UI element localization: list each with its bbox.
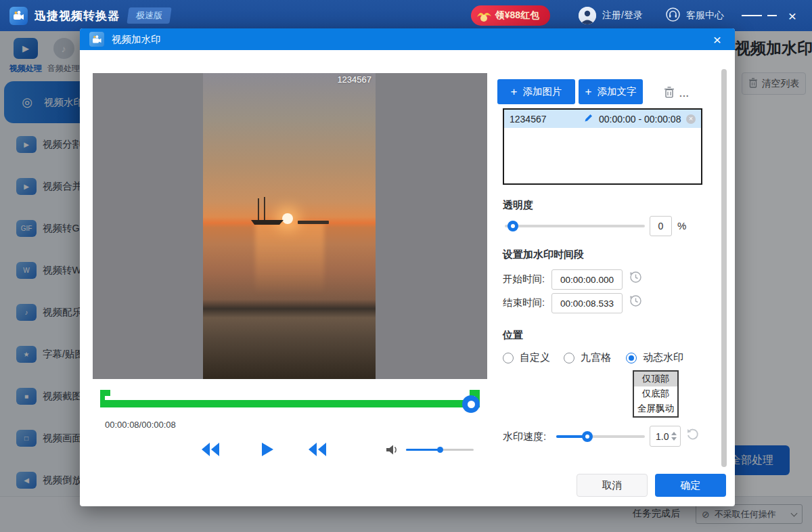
plus-icon: +: [511, 85, 518, 99]
spinner-arrows[interactable]: [671, 432, 677, 441]
radio-dynamic[interactable]: 动态水印: [626, 351, 683, 364]
transparency-value[interactable]: 0: [650, 216, 672, 236]
trim-timeline: [93, 387, 487, 412]
speed-value: 1.0: [656, 431, 669, 442]
support-button[interactable]: 客服中心: [666, 7, 724, 24]
position-title: 位置: [503, 329, 523, 342]
add-image-button[interactable]: + 添加图片: [497, 79, 575, 104]
watermark-dialog: 视频加水印 × 1234567 00:00:08/00:00:08: [80, 28, 735, 506]
speed-spinbox[interactable]: 1.0: [650, 426, 681, 447]
edit-pencil-icon[interactable]: [584, 113, 593, 125]
end-time-input[interactable]: 00:00:08.533: [551, 293, 623, 313]
reset-speed-icon[interactable]: [686, 428, 699, 443]
radio-circle-checked: [626, 353, 637, 363]
percent-label: %: [677, 220, 686, 231]
transparency-label: 透明度: [503, 199, 533, 212]
dialog-header: 视频加水印 ×: [80, 28, 735, 50]
watermark-list-item[interactable]: 1234567 00:00:00 - 00:00:08 ×: [504, 110, 701, 128]
transparency-slider[interactable]: [505, 225, 645, 227]
titlebar-right: 领¥88红包 注册/登录 客服中心 ×: [471, 5, 803, 26]
time-display: 00:00:08/00:00:08: [105, 420, 176, 430]
watermark-name: 1234567: [510, 114, 584, 125]
cancel-button[interactable]: 取消: [577, 474, 648, 497]
app-title: 迅捷视频转换器: [35, 8, 120, 24]
more-options-button[interactable]: ...: [679, 88, 690, 99]
playback-controls: [93, 439, 487, 463]
distant-boat: [298, 221, 329, 224]
app-logo-icon: [9, 7, 28, 25]
time-section-title: 设置加水印时间段: [503, 248, 584, 261]
promo-label: 领¥88红包: [495, 9, 539, 22]
start-time-label: 开始时间:: [503, 273, 545, 286]
edition-badge: 极速版: [127, 7, 171, 24]
dynamic-position-list[interactable]: 仅顶部 仅底部 全屏飘动: [633, 370, 679, 418]
avatar-icon: [579, 7, 596, 24]
volume-slider[interactable]: [406, 449, 474, 451]
add-text-button[interactable]: + 添加文字: [579, 79, 643, 104]
video-frame: 1234567: [203, 73, 376, 379]
play-button[interactable]: [261, 441, 274, 460]
dialog-scrollbar[interactable]: [721, 69, 727, 467]
red-packet-button[interactable]: 领¥88红包: [471, 5, 550, 26]
radio-custom[interactable]: 自定义: [503, 351, 550, 364]
start-time-input[interactable]: 00:00:00.000: [551, 269, 623, 290]
option-fullscreen-float[interactable]: 全屏飘动: [634, 401, 677, 416]
window-controls: ×: [742, 5, 803, 26]
speed-label: 水印速度:: [503, 430, 546, 443]
radio-grid[interactable]: 九宫格: [564, 351, 611, 364]
sun-reflection: [255, 223, 324, 303]
fast-forward-button[interactable]: [308, 441, 327, 460]
app-window: 迅捷视频转换器 极速版 领¥88红包 注册/登录 客服中心: [0, 0, 812, 532]
watermark-time-range: 00:00:00 - 00:00:08: [599, 114, 681, 125]
close-window-button[interactable]: ×: [782, 5, 803, 26]
speed-handle[interactable]: [582, 431, 593, 442]
end-time-label: 结束时间:: [503, 296, 545, 309]
radio-circle: [564, 353, 574, 363]
video-preview-area: 1234567: [93, 73, 487, 379]
boat-silhouette: [244, 197, 292, 229]
ok-button[interactable]: 确定: [655, 474, 726, 497]
gift-icon: [475, 7, 493, 26]
titlebar: 迅捷视频转换器 极速版 领¥88红包 注册/登录 客服中心: [0, 0, 812, 31]
spin-down-icon[interactable]: [671, 437, 677, 441]
playhead[interactable]: [462, 395, 480, 413]
radio-circle: [503, 353, 514, 363]
volume-icon[interactable]: [386, 444, 399, 456]
option-bottom-only[interactable]: 仅底部: [634, 386, 677, 401]
delete-watermark-icon[interactable]: [664, 87, 675, 101]
remove-watermark-icon[interactable]: ×: [686, 114, 696, 124]
timeline-track[interactable]: [105, 400, 474, 407]
login-button[interactable]: 注册/登录: [579, 7, 643, 24]
start-time-clock-icon[interactable]: [629, 271, 642, 286]
volume-fill: [406, 449, 440, 451]
rewind-button[interactable]: [201, 441, 220, 460]
watermark-overlay-text[interactable]: 1234567: [337, 74, 371, 85]
headset-icon: [666, 7, 680, 24]
menu-button[interactable]: [742, 5, 762, 26]
minimize-button[interactable]: [762, 5, 782, 26]
transparency-handle[interactable]: [508, 221, 518, 231]
trim-start-handle[interactable]: [100, 390, 105, 407]
watermark-list[interactable]: 1234567 00:00:00 - 00:00:08 ×: [503, 108, 702, 185]
spin-up-icon[interactable]: [671, 432, 677, 435]
support-label: 客服中心: [686, 9, 724, 22]
end-time-clock-icon[interactable]: [629, 294, 642, 310]
volume-handle[interactable]: [437, 447, 443, 453]
dialog-title: 视频加水印: [112, 33, 161, 46]
login-label: 注册/登录: [602, 9, 643, 22]
plus-icon: +: [585, 85, 592, 99]
dialog-close-icon[interactable]: ×: [713, 32, 721, 47]
option-top-only[interactable]: 仅顶部: [634, 372, 677, 386]
dialog-camera-icon: [89, 32, 104, 47]
